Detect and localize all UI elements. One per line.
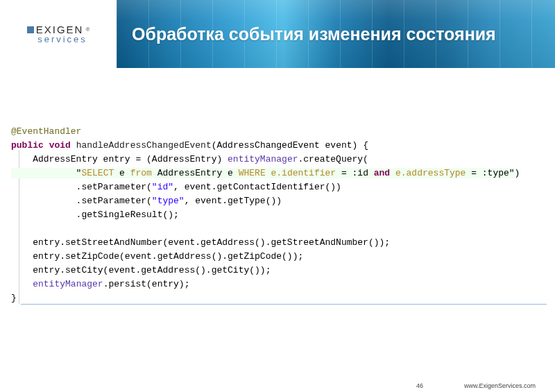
code-sp1a: .setParameter( — [11, 182, 152, 192]
page-number: 46 — [416, 382, 423, 389]
code-sp1b: , event.getContactIdentifier()) — [173, 182, 341, 192]
code-brace: } — [11, 293, 17, 303]
code-em2: entityManager — [33, 279, 103, 289]
code-sp2a: .setParameter( — [11, 196, 152, 206]
title-bar: Обработка события изменения состояния — [117, 0, 555, 68]
code-q-m2: AddressEntry e — [152, 168, 239, 178]
code-q-m3 — [266, 168, 271, 178]
code-set-zip: entry.setZipCode(event.getAddress().getZ… — [11, 251, 303, 262]
code-q-close: ) — [515, 168, 520, 178]
code-sp2b: , event.getType()) — [185, 196, 282, 206]
code-param-type: "type" — [152, 196, 185, 206]
code-entry-a: AddressEntry entry = (AddressEntry) — [11, 154, 228, 164]
code-entry-b: .createQuery( — [298, 154, 368, 164]
code-q-from: from — [130, 168, 152, 178]
code-q-addr: e.addressType — [395, 168, 466, 178]
code-q-where: WHERE — [239, 168, 266, 178]
slide-title: Обработка события изменения состояния — [132, 24, 496, 44]
logo-area: EXIGEN ® services — [0, 0, 117, 68]
code-set-street: entry.setStreetAndNumber(event.getAddres… — [11, 237, 390, 248]
code-kw-void: void — [49, 140, 71, 151]
code-sig-rest: (AddressChangedEvent event) { — [212, 140, 368, 151]
code-q-open: " — [11, 168, 81, 178]
code-set-city: entry.setCity(event.getAddress().getCity… — [11, 265, 271, 275]
code-kw-public: public — [11, 140, 44, 151]
code-param-id: "id" — [152, 182, 173, 192]
footer-url: www.ExigenServices.com — [464, 382, 536, 389]
code-q-select: SELECT — [81, 168, 114, 178]
logo-square-icon — [27, 26, 34, 33]
code-q-ident: e.identifier — [271, 168, 336, 178]
code-q-m1: e — [114, 168, 130, 178]
code-q-eqtype: = :type" — [466, 168, 514, 178]
code-get-single: .getSingleResult(); — [11, 210, 179, 220]
code-em1: entityManager — [228, 154, 298, 164]
exigen-logo: EXIGEN ® services — [27, 24, 90, 44]
code-persist-b: .persist(entry); — [103, 279, 190, 289]
code-q-and: and — [374, 168, 390, 178]
code-persist-a — [11, 279, 33, 289]
code-block: @EventHandler public void handleAddressC… — [11, 125, 520, 305]
code-annotation: @EventHandler — [11, 126, 81, 137]
slide-header: EXIGEN ® services Обработка события изме… — [0, 0, 555, 68]
code-underline — [21, 304, 547, 305]
code-q-eqid: = :id — [336, 168, 374, 178]
logo-subtext: services — [37, 34, 87, 44]
code-q-m4 — [390, 168, 395, 178]
logo-reg-icon: ® — [85, 26, 89, 33]
code-method-name: handleAddressChangedEvent — [76, 140, 212, 151]
